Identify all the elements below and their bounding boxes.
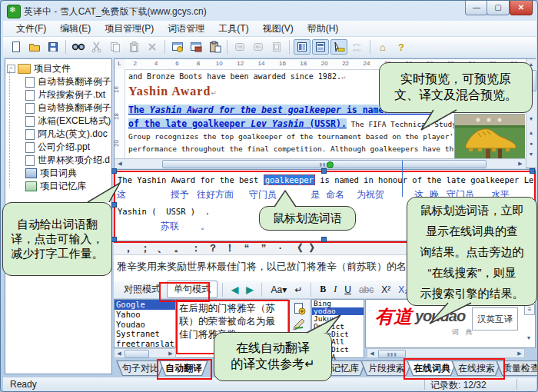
mt-provider-item[interactable]: Yahoo	[115, 310, 175, 320]
open-folder-icon[interactable]	[26, 39, 43, 55]
menu-view[interactable]: 视图(V)	[256, 21, 301, 37]
mt-provider-item[interactable]: Systranet	[115, 329, 175, 339]
title-bar: 英译中 - 雪人CAT_免费版下载(www.gcys.cn) — ▢ ✕	[1, 1, 538, 21]
next-segment-icon[interactable]: ▶	[242, 284, 257, 295]
browse-object-icon[interactable]: ●	[526, 139, 536, 148]
help-icon[interactable]: ?	[393, 39, 410, 55]
gloss-word[interactable]: 往好方面	[197, 188, 234, 201]
maximize-button[interactable]: ▢	[487, 1, 510, 15]
punct-button[interactable]: ：	[188, 241, 204, 255]
scroll-right-icon[interactable]: ▶	[515, 349, 524, 357]
tab-online-dict[interactable]: 在线词典	[407, 360, 457, 376]
view-split-icon[interactable]	[294, 39, 311, 55]
mt-provider-item[interactable]: Google	[115, 300, 175, 310]
tab-sentence-compare[interactable]: 句子对比	[116, 360, 165, 376]
selected-word-goalkeeper[interactable]: goalkeeper	[264, 174, 315, 185]
punct-button[interactable]: 。	[171, 241, 188, 255]
italic-button[interactable]: I	[330, 284, 340, 295]
new-file-icon[interactable]	[8, 39, 25, 55]
confirm-translation-icon[interactable]	[293, 317, 306, 331]
punct-button[interactable]: 、	[154, 241, 171, 255]
import-project-icon[interactable]	[188, 39, 204, 55]
punct-button[interactable]: “	[238, 242, 255, 254]
translation-text[interactable]: 雅辛奖用来奖励世界杯最佳门将，以已故门将雅辛（前苏联）的名字命	[117, 260, 427, 274]
browse-next-icon[interactable]: ▼	[526, 150, 536, 158]
punct-button[interactable]: ；	[137, 241, 154, 255]
new-entry-icon[interactable]	[293, 302, 306, 315]
scroll-right-icon[interactable]: ▶	[516, 159, 525, 168]
tree-file-item[interactable]: 阿凡达(英文).doc	[5, 128, 111, 141]
strikethrough-button[interactable]: abc	[355, 284, 377, 295]
bold-button[interactable]: B	[316, 284, 330, 295]
scroll-down-icon[interactable]: ▼	[526, 115, 536, 123]
punct-button[interactable]: ·	[272, 242, 289, 254]
compare-mode-button[interactable]: 对照模式	[118, 281, 167, 297]
tab-stop-selector[interactable]: L	[115, 59, 125, 70]
gloss-word[interactable]: 苏联	[161, 220, 179, 233]
menu-lines-icon[interactable]: ≡	[524, 304, 535, 315]
menu-project[interactable]: 项目管理(P)	[98, 21, 161, 37]
tree-item-project-dictionary[interactable]: 项目词典	[5, 167, 111, 180]
home-icon[interactable]: ⌂	[374, 39, 391, 55]
scroll-down-icon[interactable]: ▼	[524, 334, 533, 342]
minimize-button[interactable]: —	[465, 1, 488, 15]
enter-button[interactable]: ↵	[291, 284, 306, 295]
tree-file-item[interactable]: 冰箱(EXCEL格式).x	[5, 115, 111, 128]
gloss-word[interactable]: 。	[201, 220, 210, 233]
collapse-icon[interactable]: −	[7, 65, 15, 73]
punct-button[interactable]: ？	[204, 241, 221, 255]
scroll-left-icon[interactable]: ◀	[367, 349, 377, 357]
gloss-word[interactable]: 授予	[171, 188, 189, 201]
punct-button[interactable]: 》	[306, 241, 323, 255]
browse-prev-icon[interactable]: ▲	[526, 128, 536, 137]
tree-file-item[interactable]: 公司介绍.ppt	[5, 141, 111, 154]
dict-provider-item[interactable]: Bing	[312, 300, 364, 307]
tab-quality-check[interactable]: 质量检查	[496, 360, 538, 376]
clipboard-translate-icon[interactable]	[206, 39, 223, 55]
tree-root-project-files[interactable]: − 项目文件	[5, 62, 111, 75]
callout-auto-gloss-tail	[81, 181, 121, 204]
tree-file-item[interactable]: 世界杯奖项介绍.d	[5, 154, 111, 167]
superscript-button[interactable]: X²	[377, 284, 394, 295]
font-button[interactable]: Aa▾	[267, 284, 291, 295]
find-icon[interactable]	[70, 39, 87, 55]
dict-panel-scrollbar[interactable]: ◀ ▮▮▮ ▶	[367, 348, 525, 358]
scroll-left-icon[interactable]: ◀	[115, 159, 125, 168]
close-button[interactable]: ✕	[510, 1, 533, 15]
scroll-right-icon[interactable]: ▶	[166, 349, 175, 357]
scroll-left-icon[interactable]: ◀	[115, 349, 124, 357]
underline-button[interactable]: U	[340, 284, 355, 295]
view-horizontal-icon[interactable]	[312, 39, 329, 55]
tab-auto-translate[interactable]: 自动翻译	[159, 360, 208, 376]
gloss-word[interactable]: 为祝贺	[357, 188, 384, 201]
callout-select-word-tail	[268, 189, 302, 208]
menu-help[interactable]: 帮助(H)	[301, 21, 346, 37]
tab-online-search[interactable]: 在线搜索	[451, 360, 502, 376]
single-sentence-mode-button[interactable]: 单句模式	[167, 281, 218, 298]
preview-horizontal-scrollbar[interactable]: ◀ ▮▮▮ ▶	[115, 158, 526, 168]
punct-button[interactable]: ，	[120, 241, 137, 255]
save-icon[interactable]	[45, 39, 61, 55]
tree-file-item[interactable]: 自动替换翻译例子	[5, 75, 111, 88]
tree-file-item[interactable]: 自动替换翻译例子	[5, 101, 111, 115]
mt-provider-item[interactable]: Youdao	[115, 320, 175, 330]
menu-terms[interactable]: 词语管理	[161, 21, 211, 37]
punct-button[interactable]: ！	[221, 241, 238, 255]
export-project-icon[interactable]	[169, 39, 186, 55]
tree-file-item[interactable]: 片段搜索例子.txt	[5, 88, 111, 101]
menu-file[interactable]: 文件(F)	[9, 21, 53, 37]
prev-segment-icon[interactable]: ◀	[227, 284, 242, 295]
tree-file-list: 自动替换翻译例子 片段搜索例子.txt 自动替换翻译例子 冰箱(EXCEL格式)…	[5, 75, 111, 167]
mt-list-scrollbar[interactable]: ◀ ▶	[114, 348, 176, 358]
gloss-word[interactable]: 是	[311, 188, 320, 201]
tab-fragment-search[interactable]: 片段搜索	[360, 360, 413, 376]
menu-edit[interactable]: 编辑(E)	[53, 21, 98, 37]
selection-handle	[530, 168, 535, 174]
pointer-highlight-icon[interactable]	[330, 39, 347, 55]
lang-toggle-button[interactable]: 汉英互译	[472, 307, 518, 331]
punct-button[interactable]: ”	[255, 242, 272, 254]
doc-line: Group recognizes the top goalkeeper of t…	[128, 132, 458, 141]
gloss-word[interactable]: 命名	[326, 188, 344, 201]
punct-button[interactable]: 《	[289, 241, 306, 255]
menu-tools[interactable]: 工具(T)	[211, 21, 255, 37]
